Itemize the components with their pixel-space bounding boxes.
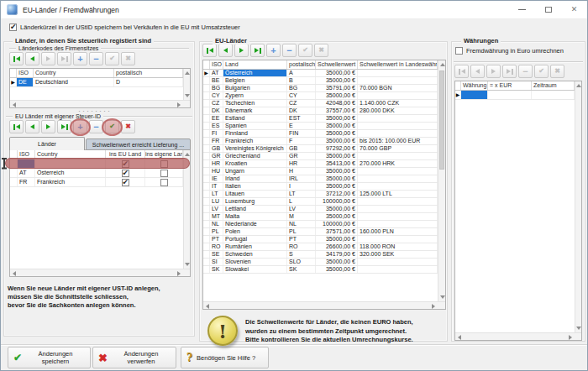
help-button[interactable]: ? Benötigen Sie Hilfe ? (181, 347, 269, 368)
titlebar[interactable]: EU-Länder / Fremdwährungen ✕ (1, 1, 587, 19)
vertical-scrollbar[interactable] (575, 81, 581, 332)
column-header[interactable]: postalisch (114, 69, 183, 77)
scroll-left-icon[interactable] (13, 271, 16, 276)
table-row[interactable]: HUUngarnH35000,00 € (203, 168, 445, 175)
insert-button[interactable]: + (73, 52, 87, 65)
scroll-right-icon[interactable] (432, 304, 435, 309)
table-row[interactable]: IEIrlandIRL35000,00 € (203, 175, 445, 183)
table-row[interactable]: LULuxemburgL100000,00 € (203, 198, 445, 206)
table-row[interactable]: ATÖsterreich (10, 169, 190, 178)
scroll-down-icon[interactable] (185, 263, 190, 266)
scroll-up-icon[interactable] (185, 153, 190, 156)
delete-button[interactable]: − (89, 52, 103, 65)
row-checkbox[interactable] (122, 179, 129, 186)
cancel-button[interactable]: ✖ (121, 52, 135, 65)
save-button[interactable]: ✔ Änderungen speichern (8, 347, 91, 368)
post-button[interactable]: ✔ (534, 65, 549, 78)
table-row[interactable]: ESSpanienE35000,00 € (203, 123, 445, 130)
last-button[interactable] (250, 44, 265, 57)
row-checkbox[interactable] (160, 179, 168, 186)
table-row[interactable]: SISlovenienSLO35000,00 € (203, 259, 445, 266)
column-header[interactable]: Schwellenwert in Landeswährung (358, 60, 438, 69)
table-row[interactable]: LTLitauenLT37212,00 €125.000 LTL (203, 191, 445, 198)
prior-button[interactable] (470, 65, 485, 78)
scrollbar-thumb[interactable] (439, 71, 444, 170)
horizontal-scrollbar[interactable] (455, 332, 581, 340)
splitter-handle[interactable]: ········ (78, 109, 112, 112)
table-row[interactable]: EEEstlandEST35000,00 € (203, 115, 445, 123)
column-header[interactable] (455, 81, 461, 90)
table-row[interactable]: GBVereinigtes KönigreichGB97292,00 €70.0… (203, 145, 445, 153)
first-button[interactable] (9, 52, 24, 65)
close-button[interactable]: ✕ (561, 1, 587, 18)
scroll-right-icon[interactable] (177, 102, 181, 107)
table-row[interactable]: BGBulgarienBG35791,00 €70.000 BGN (203, 85, 445, 92)
table-row[interactable]: MTMaltaM35000,00 € (203, 213, 445, 221)
eu-laender-grid[interactable]: ISOLandpostalischSchwellenwertSchwellenw… (202, 60, 446, 310)
column-header[interactable]: Country (34, 69, 114, 77)
table-row[interactable]: ▶DEDeutschlandD (10, 78, 190, 87)
row-checkbox[interactable] (122, 170, 129, 177)
table-row[interactable]: RORumänienRO26600,00 €118.000 RON (203, 243, 445, 251)
post-button[interactable]: ✔ (298, 44, 312, 57)
last-button[interactable] (57, 52, 71, 65)
table-row[interactable]: SKSlowakeiSK35000,00 € (203, 266, 445, 274)
table-row[interactable]: GRGriechenlandGR35000,00 € (203, 153, 445, 160)
scroll-left-icon[interactable] (13, 102, 16, 107)
column-header[interactable]: = x EUR (488, 81, 532, 90)
table-row[interactable]: NLNiederlandeNL100000,00 € (203, 221, 445, 228)
column-header[interactable] (10, 69, 17, 77)
next-button[interactable] (41, 120, 55, 133)
waehrungen-grid[interactable]: Währung= x EURZeitraum▶ (454, 81, 582, 341)
scroll-up-icon[interactable] (440, 63, 445, 66)
delete-button[interactable]: − (282, 44, 297, 57)
table-row[interactable]: FIFinnlandFIN35000,00 € (203, 130, 445, 138)
last-button[interactable] (502, 65, 517, 78)
scroll-right-icon[interactable] (177, 271, 181, 276)
next-button[interactable] (234, 44, 249, 57)
table-row[interactable]: FRFrankreich (10, 178, 190, 187)
minimize-button[interactable] (509, 1, 535, 18)
table-row[interactable]: LVLettlandLV35000,00 € (203, 206, 445, 213)
scroll-right-icon[interactable] (569, 335, 572, 340)
prior-button[interactable] (25, 52, 39, 65)
column-header[interactable]: Zeitraum (532, 81, 575, 90)
first-button[interactable] (9, 120, 24, 133)
table-row[interactable]: SESchwedenS34179,00 €320.000 SEK (203, 251, 445, 259)
table-row[interactable]: CZTschechienCZ42048,00 €1.140.000 CZK (203, 100, 445, 107)
horizontal-scrollbar[interactable] (10, 269, 190, 276)
table-row[interactable]: CYZypernCY35000,00 € (203, 92, 445, 100)
next-button[interactable] (41, 52, 55, 65)
horizontal-scrollbar[interactable] (203, 301, 445, 309)
table-row[interactable]: ▶ (455, 91, 581, 100)
table-row[interactable]: BEBelgienB35000,00 € (203, 77, 445, 85)
cancel-button[interactable]: ✖ (121, 120, 135, 133)
vertical-scrollbar[interactable] (183, 69, 190, 100)
column-header[interactable]: Währung (461, 81, 488, 90)
vertical-scrollbar[interactable] (438, 60, 445, 301)
column-header[interactable]: ISO (210, 60, 223, 69)
discard-button[interactable]: ✖ Änderungen verwerfen (92, 347, 176, 368)
table-row[interactable]: DKDänemarkDK37557,00 €280.000 DKK (203, 107, 445, 115)
table-row[interactable]: PLPolenPL37571,00 €160.000 PLN (203, 228, 445, 236)
scroll-left-icon[interactable] (458, 335, 461, 340)
prior-button[interactable] (218, 44, 233, 57)
scroll-up-icon[interactable] (185, 71, 190, 75)
delete-button[interactable]: − (518, 65, 533, 78)
column-header[interactable]: postalisch (287, 60, 316, 69)
firmensitz-grid[interactable]: ISOCountrypostalisch▶DEDeutschlandD (9, 68, 191, 108)
insert-button[interactable]: + (266, 44, 281, 57)
table-row[interactable]: FRFrankreichF35000,00 €bis 2015: 100.000… (203, 138, 445, 145)
first-button[interactable] (454, 65, 469, 78)
table-row[interactable]: PTPortugalPT35000,00 € (203, 236, 445, 243)
column-header[interactable] (203, 60, 210, 69)
table-row[interactable]: HRKroatienHR35413,00 €270.000 HRK (203, 160, 445, 168)
scroll-up-icon[interactable] (576, 84, 581, 87)
table-row[interactable]: ▶ATÖsterreichA35000,00 € (203, 70, 445, 77)
scroll-down-icon[interactable] (185, 94, 190, 97)
tab-laender[interactable]: Länder (9, 137, 85, 150)
prior-button[interactable] (25, 120, 39, 133)
scroll-down-icon[interactable] (440, 295, 445, 299)
column-header[interactable]: Land (223, 60, 287, 69)
scroll-left-icon[interactable] (206, 304, 209, 309)
